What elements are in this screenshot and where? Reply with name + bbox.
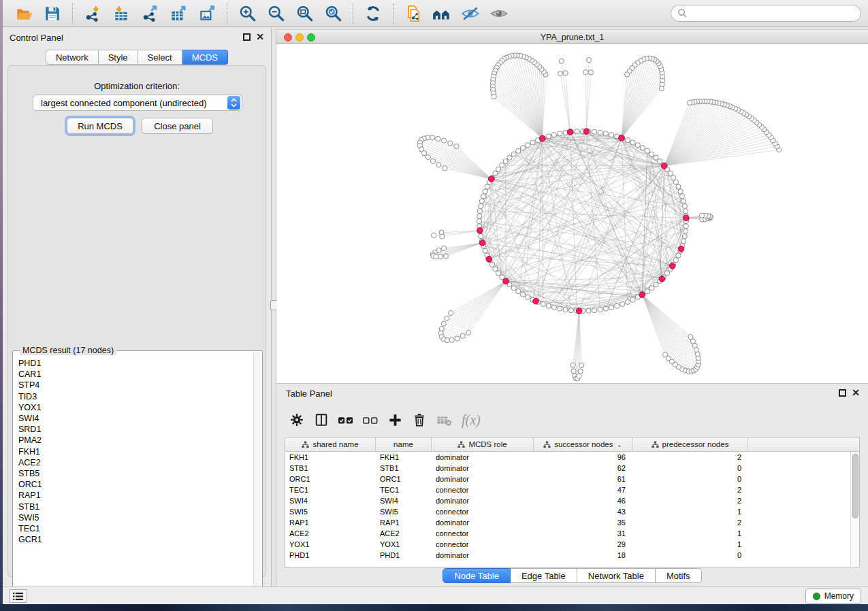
mcds-result-item[interactable]: SRD1 [18, 424, 243, 435]
add-icon[interactable] [383, 408, 407, 431]
delete-table-icon[interactable] [432, 408, 456, 431]
cell-successor-nodes: 47 [534, 486, 632, 494]
split-panel-icon[interactable] [309, 408, 334, 431]
optimization-criterion-select[interactable]: largest connected component (undirected) [33, 95, 242, 111]
hide-selected-icon[interactable] [459, 3, 482, 24]
tab-node-table[interactable]: Node Table [443, 568, 511, 583]
select-stepper-icon [227, 96, 240, 110]
mcds-result-item[interactable]: CAR1 [18, 369, 243, 380]
mcds-result-item[interactable]: GCR1 [18, 534, 243, 545]
table-row[interactable]: ORC1ORC1dominator610 [285, 474, 850, 484]
cell-successor-nodes: 96 [534, 453, 632, 461]
tab-select[interactable]: Select [138, 50, 182, 65]
tab-motifs[interactable]: Motifs [656, 568, 702, 583]
column-header-MCDS-role[interactable]: MCDS role [432, 437, 534, 451]
float-window-icon[interactable] [839, 389, 846, 397]
mcds-list-scrollbar[interactable] [253, 352, 261, 600]
cell-shared-name: STB1 [285, 464, 376, 472]
network-window-titlebar[interactable]: YPA_prune.txt_1 [276, 29, 868, 44]
table-panel: Table Panel ✕ f(x) shared namenameMCDS r… [276, 383, 868, 587]
save-icon[interactable] [41, 3, 64, 24]
memory-button[interactable]: Memory [805, 589, 861, 604]
table-row[interactable]: SWI4SWI4dominator462 [285, 495, 850, 506]
import-network-icon[interactable] [81, 3, 104, 24]
import-table-icon[interactable] [110, 3, 133, 24]
tab-edge-table[interactable]: Edge Table [511, 568, 577, 583]
mcds-result-item[interactable]: STB5 [18, 468, 243, 479]
mcds-result-item[interactable]: STB1 [18, 501, 243, 512]
zoom-out-icon[interactable] [264, 3, 287, 24]
table-row[interactable]: PHD1PHD1dominator180 [285, 550, 850, 561]
node-table-header: shared namenameMCDS rolesuccessor nodes⌄… [285, 437, 859, 452]
export-network-icon[interactable] [138, 3, 161, 24]
task-history-button[interactable] [9, 589, 27, 603]
mcds-result-item[interactable]: TEC1 [18, 523, 243, 534]
select-all-icon[interactable] [334, 408, 358, 431]
column-header-successor-nodes[interactable]: successor nodes⌄ [534, 437, 632, 451]
table-scrollbar[interactable] [850, 452, 859, 567]
table-row[interactable]: TEC1TEC1connector472 [285, 484, 850, 495]
open-file-icon[interactable] [12, 3, 35, 24]
mcds-result-list[interactable]: PHD1CAR1STP4TID3YOX1SWI4SRD1PMA2FKH1ACE2… [18, 358, 243, 545]
cell-MCDS-role: dominator [432, 551, 534, 559]
search-input[interactable] [688, 9, 854, 18]
refresh-icon[interactable] [361, 3, 385, 24]
function-builder-icon[interactable]: f(x) [462, 412, 481, 428]
table-row[interactable]: ACE2ACE2connector311 [285, 528, 850, 539]
mcds-result-item[interactable]: STP4 [18, 380, 243, 391]
show-all-icon[interactable] [487, 3, 511, 24]
search-icon [677, 8, 688, 18]
table-row[interactable]: YOX1YOX1connector291 [285, 539, 850, 550]
search-box[interactable] [671, 5, 861, 22]
network-canvas[interactable] [276, 44, 868, 383]
vertical-splitter[interactable] [271, 28, 276, 587]
tab-network-table[interactable]: Network Table [577, 568, 656, 583]
mcds-result-item[interactable]: ORC1 [18, 479, 243, 490]
node-table-body: FKH1FKH1dominator962STB1STB1dominator620… [285, 452, 850, 566]
mcds-result-item[interactable]: TID3 [18, 391, 243, 402]
zoom-in-icon[interactable] [236, 3, 259, 24]
network-view[interactable] [276, 44, 868, 383]
tab-network[interactable]: Network [46, 50, 99, 65]
export-image-icon[interactable] [195, 3, 219, 24]
run-mcds-button[interactable]: Run MCDS [67, 118, 133, 134]
clone-network-icon[interactable] [402, 3, 425, 24]
close-panel-button[interactable]: Close panel [142, 118, 213, 134]
column-namespace-icon [543, 441, 551, 448]
mcds-result-item[interactable]: RAP1 [18, 490, 243, 501]
table-row[interactable]: SWI5SWI5connector431 [285, 506, 850, 517]
control-panel-tabs: NetworkStyleSelectMCDS [3, 50, 271, 65]
column-header-predecessor-nodes[interactable]: predecessor nodes [632, 437, 748, 451]
zoom-selected-icon[interactable] [321, 3, 344, 24]
mcds-result-item[interactable]: SWI5 [18, 512, 243, 523]
cell-MCDS-role: connector [432, 486, 534, 494]
mcds-result-item[interactable]: FKH1 [18, 446, 243, 457]
cell-predecessor-nodes: 0 [632, 464, 748, 472]
cell-name: YOX1 [376, 540, 432, 548]
memory-label: Memory [824, 591, 854, 601]
column-header-shared-name[interactable]: shared name [285, 437, 376, 451]
mcds-result-item[interactable]: YOX1 [18, 402, 243, 413]
close-window-icon[interactable]: ✕ [852, 387, 860, 398]
table-row[interactable]: RAP1RAP1dominator352 [285, 517, 850, 528]
tab-style[interactable]: Style [99, 50, 138, 65]
delete-icon[interactable] [407, 408, 432, 431]
close-window-icon[interactable]: ✕ [256, 31, 264, 42]
float-window-icon[interactable] [243, 33, 251, 41]
mcds-result-item[interactable]: PMA2 [18, 435, 243, 446]
table-scrollbar-thumb[interactable] [852, 454, 858, 518]
column-header-name[interactable]: name [376, 437, 432, 451]
mcds-result-item[interactable]: ACE2 [18, 457, 243, 468]
cell-MCDS-role: connector [432, 508, 534, 516]
table-row[interactable]: STB1STB1dominator620 [285, 463, 850, 474]
cell-name: STB1 [376, 464, 432, 472]
export-table-icon[interactable] [167, 3, 190, 24]
mcds-result-item[interactable]: SWI4 [18, 413, 243, 424]
mcds-result-item[interactable]: PHD1 [18, 358, 243, 369]
deselect-all-icon[interactable] [358, 408, 383, 431]
table-settings-icon[interactable] [285, 408, 309, 431]
table-row[interactable]: FKH1FKH1dominator962 [285, 452, 850, 463]
tab-mcds[interactable]: MCDS [182, 50, 228, 65]
zoom-fit-icon[interactable] [293, 3, 316, 24]
first-neighbors-icon[interactable] [430, 3, 453, 24]
